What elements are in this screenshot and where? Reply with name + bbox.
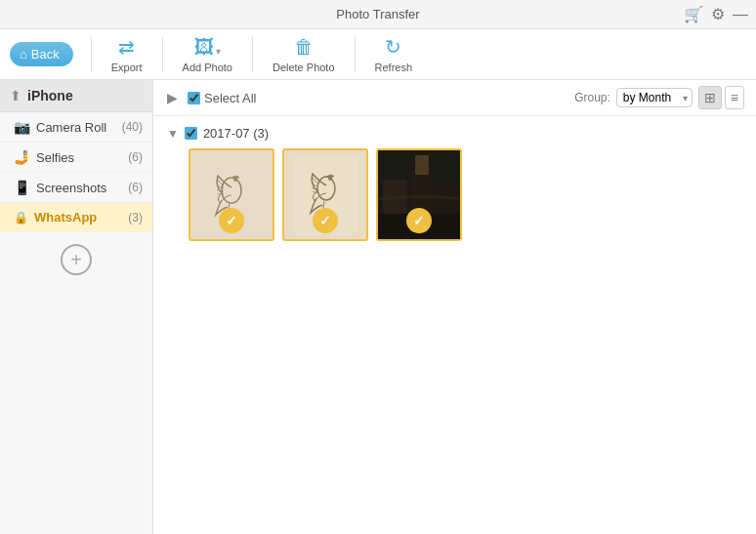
selfies-count: (6) — [128, 150, 143, 164]
photo-thumb-2[interactable]: ✓ — [282, 148, 368, 241]
back-label: Back — [31, 47, 60, 62]
export-button[interactable]: ⇄ Export — [100, 31, 154, 77]
month-header: ▼ 2017-07 (3) — [167, 126, 742, 141]
title-bar-actions: 🛒 ⚙ — — [684, 5, 748, 23]
separator-2 — [162, 37, 163, 72]
select-all-label[interactable]: Select All — [188, 91, 256, 105]
selfies-label: Selfies — [36, 150, 122, 165]
add-photo-dropdown-arrow: ▾ — [216, 46, 221, 57]
lock-icon: 🔒 — [14, 211, 28, 225]
photo-1-check: ✓ — [219, 208, 244, 233]
camera-roll-label: Camera Roll — [36, 120, 116, 135]
select-all-checkbox[interactable] — [188, 92, 200, 104]
add-photo-label: Add Photo — [183, 62, 232, 73]
app-title: Photo Transfer — [336, 7, 419, 21]
whatsapp-count: (3) — [128, 211, 143, 225]
sidebar-item-camera-roll[interactable]: 📷 Camera Roll (40) — [0, 112, 152, 143]
delete-photo-icon: 🗑 — [294, 36, 314, 59]
sidebar-item-whatsapp[interactable]: 🔒 WhatsApp (3) — [0, 203, 152, 232]
whatsapp-label: WhatsApp — [34, 210, 122, 225]
device-name: iPhone — [27, 88, 73, 103]
content-toolbar: ▶ Select All Group: by Month by Day by Y… — [153, 80, 756, 116]
content-area: ▶ Select All Group: by Month by Day by Y… — [153, 80, 756, 534]
photo-3-check: ✓ — [406, 208, 432, 233]
settings-icon[interactable]: ⚙ — [711, 5, 725, 23]
device-icon: ⬆ — [10, 88, 21, 103]
collapse-month-button[interactable]: ▼ — [167, 127, 179, 141]
camera-roll-count: (40) — [122, 120, 143, 134]
toolbar: ⌂ Back ⇄ Export 🖼 ▾ Add Photo 🗑 Delete P… — [0, 29, 756, 80]
view-toggle: ⊞ ≡ — [698, 86, 744, 109]
add-device-icon: + — [70, 249, 82, 271]
svg-rect-10 — [415, 155, 429, 175]
export-icon: ⇄ — [118, 35, 135, 59]
title-bar: Photo Transfer 🛒 ⚙ — — [0, 0, 756, 29]
minimize-icon[interactable]: — — [733, 6, 748, 23]
export-label: Export — [111, 62, 143, 73]
sidebar: ⬆ iPhone 📷 Camera Roll (40) 🤳 Selfies (6… — [0, 80, 153, 534]
add-photo-btn-inner: 🖼 ▾ — [194, 36, 221, 59]
screenshots-label: Screenshots — [36, 181, 122, 195]
photo-thumb-3[interactable]: ✓ — [376, 148, 462, 241]
sidebar-item-selfies[interactable]: 🤳 Selfies (6) — [0, 143, 152, 173]
svg-rect-8 — [412, 170, 432, 214]
separator-3 — [252, 37, 253, 72]
month-section: ▼ 2017-07 (3) — [167, 126, 742, 241]
select-all-text: Select All — [204, 91, 256, 105]
photo-area: ▼ 2017-07 (3) — [153, 116, 756, 534]
expand-button[interactable]: ▶ — [165, 88, 180, 107]
back-arrow-icon: ⌂ — [20, 47, 27, 62]
photo-thumb-1[interactable]: ✓ — [189, 148, 274, 241]
refresh-label: Refresh — [375, 62, 413, 73]
list-view-button[interactable]: ≡ — [725, 86, 744, 109]
group-controls: Group: by Month by Day by Year ⊞ ≡ — [574, 86, 744, 109]
sidebar-item-screenshots[interactable]: 📱 Screenshots (6) — [0, 173, 152, 203]
photo-grid: ✓ — [189, 148, 742, 241]
separator-1 — [91, 37, 92, 72]
screenshots-icon: 📱 — [14, 180, 30, 195]
add-photo-icon: 🖼 — [194, 36, 214, 59]
group-select[interactable]: by Month by Day by Year — [616, 88, 693, 107]
back-button[interactable]: ⌂ Back — [10, 42, 73, 66]
camera-roll-icon: 📷 — [14, 119, 30, 135]
refresh-button[interactable]: ↻ Refresh — [363, 31, 425, 77]
selfies-icon: 🤳 — [14, 149, 30, 165]
grid-view-button[interactable]: ⊞ — [698, 86, 722, 109]
main-layout: ⬆ iPhone 📷 Camera Roll (40) 🤳 Selfies (6… — [0, 80, 756, 534]
refresh-icon: ↻ — [385, 35, 401, 59]
screenshots-count: (6) — [128, 181, 143, 194]
month-title: 2017-07 (3) — [203, 126, 269, 141]
separator-4 — [355, 37, 356, 72]
group-label: Group: — [574, 91, 610, 104]
add-device-button[interactable]: + — [61, 244, 92, 275]
delete-photo-label: Delete Photo — [273, 62, 335, 73]
add-photo-button[interactable]: 🖼 ▾ Add Photo — [171, 32, 244, 77]
cart-icon[interactable]: 🛒 — [684, 5, 703, 23]
svg-point-2 — [233, 178, 237, 182]
sidebar-header: ⬆ iPhone — [0, 80, 152, 112]
month-select-checkbox[interactable] — [185, 127, 197, 140]
svg-point-5 — [328, 177, 332, 181]
photo-2-check: ✓ — [313, 208, 338, 233]
group-select-wrapper: by Month by Day by Year — [616, 88, 693, 107]
delete-photo-button[interactable]: 🗑 Delete Photo — [261, 32, 347, 77]
